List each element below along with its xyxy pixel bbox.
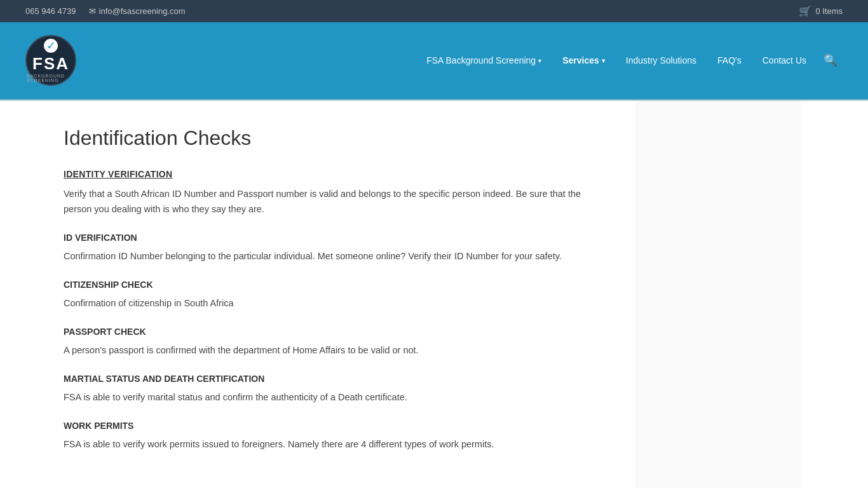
logo-tagline: Background Screening (27, 74, 75, 83)
email-icon: ✉ (89, 6, 96, 16)
section-body-id: Confirmation ID Number belonging to the … (64, 249, 604, 264)
section-heading-identity: IDENTITY VERIFICATION (64, 169, 604, 179)
logo-circle: ✓ FSA Background Screening (25, 35, 76, 86)
header: ✓ FSA Background Screening FSA Backgroun… (0, 22, 868, 98)
section-heading-work-permits: WORK PERMITS (64, 421, 604, 431)
section-body-identity: Verify that a South African ID Number an… (64, 187, 604, 217)
nav-item-services[interactable]: Services ▾ (553, 50, 614, 71)
phone-number: 065 946 4739 (25, 6, 76, 16)
logo[interactable]: ✓ FSA Background Screening (25, 35, 76, 86)
nav-item-fsa-bg[interactable]: FSA Background Screening ▾ (417, 50, 550, 71)
section-martial-status: MARTIAL STATUS AND DEATH CERTIFICATION F… (64, 374, 604, 405)
section-body-citizenship: Confirmation of citizenship in South Afr… (64, 296, 604, 311)
nav-item-faqs[interactable]: FAQ's (709, 50, 750, 71)
section-id-verification: ID VERIFICATION Confirmation ID Number b… (64, 233, 604, 264)
logo-fsa-text: FSA (32, 54, 69, 74)
section-citizenship: CITIZENSHIP CHECK Confirmation of citize… (64, 280, 604, 311)
cart-icon: 🛒 (799, 5, 811, 17)
chevron-down-icon: ▾ (538, 57, 541, 64)
nav-item-industry[interactable]: Industry Solutions (617, 50, 705, 71)
search-icon[interactable]: 🔍 (818, 48, 843, 72)
sidebar (635, 101, 801, 488)
chevron-down-icon: ▾ (602, 57, 605, 64)
section-passport: PASSPORT CHECK A person's passport is co… (64, 327, 604, 358)
email-link[interactable]: ✉ info@fsascreening.com (89, 6, 186, 16)
section-identity-verification: IDENTITY VERIFICATION Verify that a Sout… (64, 169, 604, 217)
cart-count: 0 Items (815, 6, 843, 16)
section-body-passport: A person's passport is confirmed with th… (64, 343, 604, 358)
section-work-permits: WORK PERMITS FSA is able to verify work … (64, 421, 604, 452)
page-title: Identification Checks (64, 126, 604, 150)
cart-area[interactable]: 🛒 0 Items (799, 5, 843, 17)
main-wrapper: Identification Checks IDENTITY VERIFICAT… (0, 101, 868, 488)
section-heading-martial: MARTIAL STATUS AND DEATH CERTIFICATION (64, 374, 604, 384)
main-nav: FSA Background Screening ▾ Services ▾ In… (417, 48, 843, 72)
section-body-martial: FSA is able to verify marital status and… (64, 390, 604, 405)
section-heading-id: ID VERIFICATION (64, 233, 604, 243)
section-body-work-permits: FSA is able to verify work permits issue… (64, 437, 604, 452)
nav-item-contact[interactable]: Contact Us (754, 50, 815, 71)
top-bar: 065 946 4739 ✉ info@fsascreening.com 🛒 0… (0, 0, 868, 22)
top-bar-left: 065 946 4739 ✉ info@fsascreening.com (25, 6, 186, 16)
section-heading-citizenship: CITIZENSHIP CHECK (64, 280, 604, 290)
checkmark-icon: ✓ (44, 39, 58, 53)
section-heading-passport: PASSPORT CHECK (64, 327, 604, 337)
content-area: Identification Checks IDENTITY VERIFICAT… (0, 101, 635, 488)
